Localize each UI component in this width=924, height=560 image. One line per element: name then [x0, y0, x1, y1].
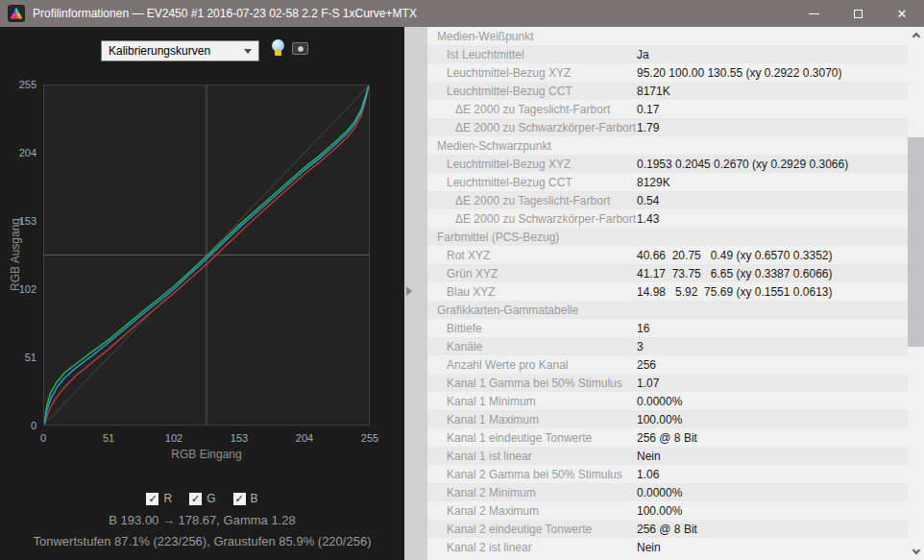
property-row[interactable]: Kanal 2 Maximum100.00%: [427, 501, 908, 520]
property-row[interactable]: Kanäle3: [427, 337, 908, 355]
property-label: Leuchtmittel-Bezug XYZ: [427, 66, 637, 80]
channel-checkbox-G[interactable]: ✓G: [189, 492, 215, 505]
property-row[interactable]: ΔE 2000 zu Schwarzkörper-Farbort1.43: [427, 209, 908, 228]
property-value: 95.20 100.00 130.55 (xy 0.2922 0.3070): [637, 66, 842, 80]
property-row[interactable]: Leuchtmittel-Bezug XYZ0.1953 0.2045 0.26…: [427, 155, 908, 173]
status-readout: B 193.00 → 178.67, Gamma 1.28: [0, 513, 404, 527]
minimize-button[interactable]: [791, 0, 836, 27]
curves-svg: [44, 85, 369, 425]
property-row[interactable]: Blau XYZ14.98 5.92 75.69 (xy 0.1551 0.06…: [427, 282, 908, 301]
property-label: Ist Leuchtmittel: [427, 48, 637, 61]
channel-checkbox-B[interactable]: ✓B: [233, 492, 258, 505]
property-row[interactable]: Bittiefe16: [427, 319, 908, 337]
property-value: 1.07: [637, 377, 659, 390]
property-row[interactable]: ΔE 2000 zu Tageslicht-Farbort0.17: [427, 100, 908, 118]
calibration-curves-plot[interactable]: [43, 85, 370, 426]
maximize-button[interactable]: [836, 0, 880, 27]
x-tick-label: 0: [27, 432, 60, 444]
splitter-sash[interactable]: [404, 27, 427, 560]
property-row[interactable]: Kanal 2 eindeutige Tonwerte256 @ 8 Bit: [427, 520, 908, 538]
vertical-scrollbar[interactable]: [908, 27, 924, 560]
close-icon: ✕: [897, 8, 908, 20]
property-label: Anzahl Werte pro Kanal: [427, 358, 637, 372]
property-row[interactable]: Kanal 2 Minimum0.0000%: [427, 483, 908, 501]
property-row[interactable]: ΔE 2000 zu Tageslicht-Farbort0.54: [427, 191, 908, 209]
property-label: ΔE 2000 zu Tageslicht-Farbort: [427, 194, 637, 207]
property-value: 1.06: [637, 468, 659, 481]
property-value: 41.17 73.75 6.65 (xy 0.3387 0.6066): [637, 267, 832, 280]
property-label: Kanal 1 Minimum: [427, 395, 637, 408]
minimize-icon: [809, 13, 819, 14]
property-value: Ja: [637, 48, 649, 61]
y-tick-label: 204: [0, 147, 36, 158]
property-label: Kanal 2 Gamma bei 50% Stimulus: [427, 468, 637, 481]
plot-type-select[interactable]: Kalibrierungskurven: [101, 40, 259, 61]
property-label: Leuchtmittel-Bezug CCT: [427, 176, 637, 189]
checkbox-label: B: [251, 492, 258, 505]
profile-information-window: Profilinformationen — EV2450 #1 2016-07-…: [0, 0, 924, 560]
property-label: Farbmittel (PCS-Bezug): [427, 231, 637, 244]
lightbulb-button[interactable]: [268, 39, 287, 61]
y-tick-label: 255: [0, 79, 36, 90]
property-label: Medien-Weißpunkt: [427, 30, 637, 43]
property-row[interactable]: Kanal 1 Maximum100.00%: [427, 410, 908, 428]
property-value: 16: [637, 322, 649, 335]
property-label: Kanal 2 eindeutige Tonwerte: [427, 523, 637, 536]
property-value: 0.0000%: [637, 395, 682, 408]
property-row[interactable]: Kanal 1 Gamma bei 50% Stimulus1.07: [427, 374, 908, 392]
property-value: 40.66 20.75 0.49 (xy 0.6570 0.3352): [637, 249, 832, 262]
property-row[interactable]: Grün XYZ41.17 73.75 6.65 (xy 0.3387 0.60…: [427, 264, 908, 282]
channel-checkboxes: ✓R✓G✓B: [0, 492, 404, 505]
property-label: Kanal 2 Maximum: [427, 504, 637, 518]
property-row[interactable]: Kanal 1 eindeutige Tonwerte256 @ 8 Bit: [427, 428, 908, 447]
x-tick-label: 255: [353, 432, 386, 444]
property-label: Grün XYZ: [427, 267, 637, 280]
chevron-up-icon: [912, 33, 919, 40]
property-label: Kanal 2 Minimum: [427, 486, 637, 499]
property-row[interactable]: Rot XYZ40.66 20.75 0.49 (xy 0.6570 0.335…: [427, 246, 908, 264]
property-row[interactable]: Kanal 1 Minimum0.0000%: [427, 392, 908, 410]
y-tick-label: 153: [0, 215, 36, 227]
property-row[interactable]: Anzahl Werte pro Kanal256: [427, 355, 908, 374]
property-row[interactable]: Farbmittel (PCS-Bezug): [427, 228, 908, 246]
scroll-up-button[interactable]: [908, 27, 924, 43]
close-button[interactable]: ✕: [880, 0, 924, 27]
window-title: Profilinformationen — EV2450 #1 2016-07-…: [33, 7, 417, 20]
property-row[interactable]: Kanal 1 ist linearNein: [427, 447, 908, 465]
scroll-down-button[interactable]: [908, 544, 924, 560]
property-row[interactable]: Kanal 2 Gamma bei 50% Stimulus1.06: [427, 465, 908, 483]
property-label: Blau XYZ: [427, 285, 637, 299]
property-value: 100.00%: [637, 504, 682, 518]
property-value: 3: [637, 340, 644, 353]
checkbox-label: G: [207, 492, 215, 505]
property-value: 14.98 5.92 75.69 (xy 0.1551 0.0613): [637, 285, 832, 299]
property-label: Rot XYZ: [427, 249, 637, 262]
property-row[interactable]: Medien-Schwarzpunkt: [427, 136, 908, 155]
property-row[interactable]: ΔE 2000 zu Schwarzkörper-Farbort1.79: [427, 118, 908, 136]
property-label: Kanal 1 eindeutige Tonwerte: [427, 431, 637, 445]
channel-checkbox-R[interactable]: ✓R: [146, 492, 172, 505]
collapse-arrow-icon: [406, 286, 412, 296]
scrollbar-thumb[interactable]: [908, 137, 924, 347]
property-label: Grafikkarten-Gammatabelle: [427, 304, 637, 317]
property-label: ΔE 2000 zu Tageslicht-Farbort: [427, 103, 637, 116]
property-row[interactable]: Grafikkarten-Gammatabelle: [427, 301, 908, 319]
checkbox-icon: ✓: [146, 493, 158, 505]
property-label: ΔE 2000 zu Schwarzkörper-Farbort: [427, 121, 637, 134]
property-row[interactable]: Kanal 2 ist linearNein: [427, 538, 908, 556]
property-row[interactable]: Leuchtmittel-Bezug XYZ95.20 100.00 130.5…: [427, 63, 908, 82]
property-value: 0.54: [637, 194, 659, 207]
x-tick-label: 153: [223, 432, 255, 444]
x-axis-label: RGB Eingang: [43, 448, 370, 461]
property-row[interactable]: Leuchtmittel-Bezug CCT8171K: [427, 82, 908, 100]
property-row[interactable]: Medien-Weißpunkt: [427, 27, 908, 45]
property-value: 8171K: [637, 85, 670, 98]
property-label: Kanal 1 Gamma bei 50% Stimulus: [427, 377, 637, 390]
property-row[interactable]: Ist LeuchtmittelJa: [427, 45, 908, 63]
property-row[interactable]: Leuchtmittel-Bezug CCT8129K: [427, 173, 908, 191]
property-value: 8129K: [637, 176, 670, 189]
chevron-down-icon: [912, 547, 919, 554]
property-label: Kanäle: [427, 340, 637, 353]
snapshot-button[interactable]: [290, 39, 309, 61]
property-label: Leuchtmittel-Bezug XYZ: [427, 158, 637, 171]
